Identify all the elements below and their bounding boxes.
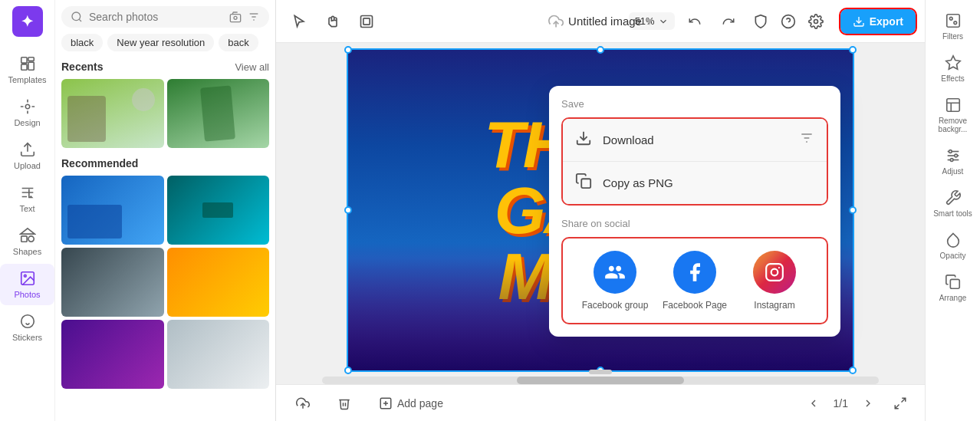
svg-point-10 [24, 275, 26, 277]
svg-marker-42 [945, 56, 959, 69]
copy-png-option[interactable]: Copy as PNG [563, 161, 827, 204]
hand-tool-button[interactable] [319, 8, 347, 35]
horizontal-scrollbar[interactable] [322, 377, 879, 384]
fb-group-icon [594, 251, 636, 294]
smart-tools-icon [945, 189, 962, 206]
download-option[interactable]: Download [563, 119, 827, 161]
export-label: Export [870, 15, 903, 28]
prev-page-button[interactable] [800, 390, 827, 417]
search-bar[interactable] [61, 6, 269, 28]
view-all-link[interactable]: View all [235, 61, 269, 73]
sidebar-item-design-label: Design [14, 118, 40, 127]
svg-point-7 [28, 236, 33, 242]
cloud-upload-icon [296, 396, 310, 410]
fb-page-label: Facebook Page [663, 300, 727, 311]
corner-icons [748, 9, 828, 34]
sidebar-item-upload[interactable]: Upload [0, 135, 54, 176]
next-page-button[interactable] [854, 390, 882, 417]
help-icon[interactable] [776, 9, 801, 34]
right-effects[interactable]: Effects [926, 48, 980, 89]
title-chevron-icon: ▾ [646, 14, 653, 28]
tag-newyear[interactable]: New year resolution [107, 34, 214, 51]
select-tool-button[interactable] [285, 8, 313, 35]
svg-point-23 [814, 19, 817, 23]
svg-rect-0 [21, 58, 26, 63]
right-remove-bg[interactable]: Remove backgr... [926, 90, 980, 140]
redo-button[interactable] [715, 8, 742, 35]
sidebar-item-photos-label: Photos [14, 290, 40, 299]
save-section-title: Save [561, 98, 828, 110]
copy-png-label: Copy as PNG [603, 176, 814, 189]
frame-tool-button[interactable] [353, 8, 380, 35]
expand-svg [893, 396, 907, 410]
expand-icon[interactable] [888, 391, 913, 416]
right-arrange[interactable]: Arrange [926, 268, 980, 308]
svg-rect-39 [946, 15, 959, 28]
svg-rect-3 [28, 62, 33, 70]
recommended-title: Recommended [61, 157, 138, 169]
download-settings-icon[interactable] [799, 130, 814, 150]
rec-photo-6[interactable] [167, 320, 270, 389]
sidebar-item-text[interactable]: Text [0, 178, 54, 219]
instagram-icon [753, 251, 796, 294]
recents-header: Recents View all [61, 61, 269, 73]
svg-rect-18 [361, 15, 373, 27]
search-input[interactable] [89, 11, 223, 23]
sidebar-item-photos[interactable]: Photos [0, 264, 54, 305]
trash-btn[interactable] [330, 392, 359, 415]
share-instagram[interactable]: Instagram [735, 251, 814, 311]
right-smart-tools[interactable]: Smart tools [926, 183, 980, 224]
svg-point-14 [234, 16, 237, 19]
svg-line-38 [895, 404, 899, 408]
adjust-label: Adjust [942, 167, 964, 176]
share-options-box: Facebook group Facebook Page Instagram [561, 237, 828, 324]
upload-cloud-icon [548, 14, 564, 29]
sidebar-item-templates[interactable]: Templates [0, 49, 54, 90]
document-title[interactable]: Untitled image [568, 15, 642, 28]
recent-photo-1[interactable] [61, 79, 164, 148]
sidebar-item-shapes[interactable]: Shapes [0, 221, 54, 262]
svg-point-11 [21, 315, 34, 328]
shield-icon[interactable] [748, 9, 773, 34]
sidebar-item-shapes-label: Shapes [13, 247, 41, 256]
share-fb-page[interactable]: Facebook Page [655, 251, 735, 311]
upload-icon-btn[interactable] [288, 392, 317, 415]
add-page-icon [379, 396, 393, 410]
share-fb-group[interactable]: Facebook group [575, 251, 655, 311]
tag-back[interactable]: back [219, 34, 258, 51]
scrollbar-thumb[interactable] [517, 377, 684, 384]
add-page-btn[interactable]: Add page [371, 392, 451, 415]
filters-label: Filters [942, 32, 963, 41]
fb-page-icon [673, 251, 716, 294]
export-icon [853, 15, 865, 28]
svg-marker-8 [20, 229, 34, 234]
tags-row: black New year resolution back [61, 34, 269, 51]
rec-photo-5[interactable] [61, 320, 164, 389]
settings-icon[interactable] [804, 9, 828, 34]
recent-photo-2[interactable] [167, 79, 270, 148]
rec-photo-3[interactable] [61, 248, 164, 317]
right-filters[interactable]: Filters [926, 6, 980, 47]
remove-bg-icon [945, 97, 962, 113]
export-button[interactable]: Export [840, 9, 916, 34]
download-label: Download [603, 133, 788, 146]
download-icon [575, 130, 592, 150]
right-adjust[interactable]: Adjust [926, 141, 980, 182]
effects-label: Effects [941, 74, 964, 83]
filter-icon [248, 11, 260, 23]
rec-photo-4[interactable] [167, 248, 270, 317]
svg-point-40 [949, 17, 952, 20]
rec-photo-1[interactable] [61, 176, 164, 245]
canvas-area: Page 1 THE BEGAMINMOBIL [276, 43, 925, 377]
tag-black[interactable]: black [61, 34, 103, 51]
sidebar-item-design[interactable]: Design [0, 92, 54, 133]
undo-button[interactable] [681, 8, 709, 35]
svg-point-31 [771, 269, 778, 276]
add-page-label: Add page [397, 397, 443, 409]
right-opacity[interactable]: Opacity [926, 225, 980, 266]
rec-photo-2[interactable] [167, 176, 270, 245]
icon-rail: ✦ Templates Design Upload Text Shapes Ph… [0, 0, 55, 421]
sidebar-item-text-label: Text [19, 204, 35, 213]
svg-rect-30 [766, 264, 783, 281]
sidebar-item-stickers[interactable]: Stickers [0, 307, 54, 348]
